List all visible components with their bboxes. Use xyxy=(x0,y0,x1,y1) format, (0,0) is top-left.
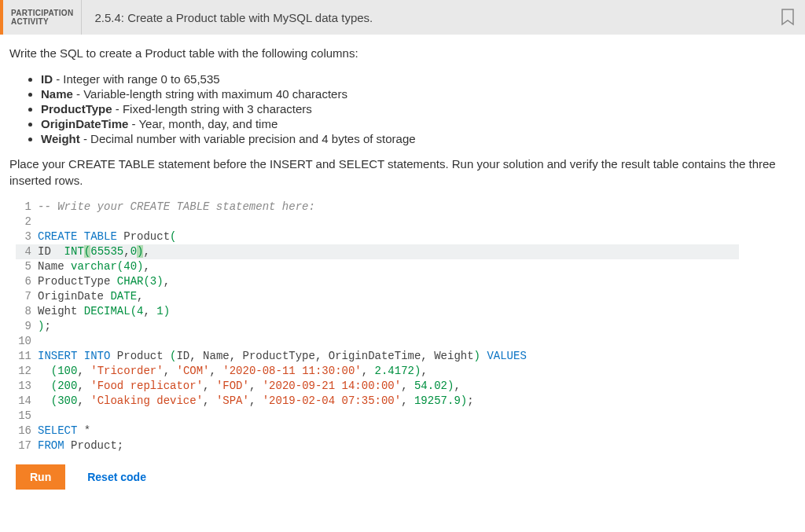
column-name: ID xyxy=(41,72,53,86)
line-number: 8 xyxy=(16,304,38,319)
code-content[interactable]: CREATE TABLE Product( xyxy=(38,229,739,244)
code-content[interactable]: -- Write your CREATE TABLE statement her… xyxy=(38,200,739,215)
code-content[interactable] xyxy=(38,409,739,424)
code-line[interactable]: 2 xyxy=(16,215,739,229)
line-number: 1 xyxy=(16,200,38,215)
line-number: 9 xyxy=(16,319,38,334)
line-number: 15 xyxy=(16,409,38,424)
code-line[interactable]: 13 (200, 'Food replicator', 'FOD', '2020… xyxy=(16,379,739,394)
code-line[interactable]: 16SELECT * xyxy=(16,424,739,438)
code-line[interactable]: 5Name varchar(40), xyxy=(16,259,739,274)
line-number: 12 xyxy=(16,364,38,379)
code-content[interactable]: FROM Product; xyxy=(38,438,739,453)
code-line[interactable]: 15 xyxy=(16,409,739,424)
line-number: 17 xyxy=(16,438,38,453)
code-content[interactable]: Weight DECIMAL(4, 1) xyxy=(38,304,739,319)
column-spec-item: OriginDateTime - Year, month, day, and t… xyxy=(41,117,796,130)
column-spec-item: Name - Variable-length string with maxim… xyxy=(41,87,796,101)
badge-line1: PARTICIPATION xyxy=(11,9,73,17)
column-desc: - Integer with range 0 to 65,535 xyxy=(53,72,220,86)
code-line[interactable]: 7OriginDate DATE, xyxy=(16,289,739,304)
code-content[interactable]: ID INT(65535,0), xyxy=(38,244,739,259)
bookmark-button[interactable] xyxy=(780,0,805,35)
code-line[interactable]: 9); xyxy=(16,319,739,334)
code-content[interactable]: (200, 'Food replicator', 'FOD', '2020-09… xyxy=(38,379,739,394)
code-content[interactable]: OriginDate DATE, xyxy=(38,289,739,304)
activity-header: PARTICIPATION ACTIVITY 2.5.4: Create a P… xyxy=(0,0,805,35)
activity-body: Write the SQL to create a Product table … xyxy=(0,35,805,496)
code-line[interactable]: 1-- Write your CREATE TABLE statement he… xyxy=(16,200,739,215)
line-number: 7 xyxy=(16,289,38,304)
line-number: 14 xyxy=(16,394,38,409)
button-row: Run Reset code xyxy=(9,461,796,490)
code-line[interactable]: 11INSERT INTO Product (ID, Name, Product… xyxy=(16,349,739,364)
code-line[interactable]: 6ProductType CHAR(3), xyxy=(16,274,739,289)
bookmark-icon xyxy=(780,8,796,27)
badge-line2: ACTIVITY xyxy=(11,17,73,26)
column-name: OriginDateTime xyxy=(41,117,128,130)
column-spec-item: Weight - Decimal number with variable pr… xyxy=(41,132,796,145)
code-content[interactable]: Name varchar(40), xyxy=(38,259,739,274)
code-line[interactable]: 12 (100, 'Tricorder', 'COM', '2020-08-11… xyxy=(16,364,739,379)
column-spec-item: ID - Integer with range 0 to 65,535 xyxy=(41,72,796,86)
run-button[interactable]: Run xyxy=(16,464,65,490)
instructions-lead: Write the SQL to create a Product table … xyxy=(9,46,796,61)
code-content[interactable]: SELECT * xyxy=(38,424,739,438)
column-desc: - Variable-length string with maximum 40… xyxy=(73,87,347,101)
code-content[interactable]: (300, 'Cloaking device', 'SPA', '2019-02… xyxy=(38,394,739,409)
code-line[interactable]: 4ID INT(65535,0), xyxy=(16,244,739,259)
line-number: 13 xyxy=(16,379,38,394)
code-content[interactable] xyxy=(38,215,739,229)
line-number: 11 xyxy=(16,349,38,364)
code-line[interactable]: 10 xyxy=(16,334,739,349)
activity-badge: PARTICIPATION ACTIVITY xyxy=(3,0,82,35)
code-content[interactable]: ); xyxy=(38,319,739,334)
column-name: ProductType xyxy=(41,102,112,116)
line-number: 3 xyxy=(16,229,38,244)
code-content[interactable]: ProductType CHAR(3), xyxy=(38,274,739,289)
code-line[interactable]: 17FROM Product; xyxy=(16,438,739,453)
activity-title: 2.5.4: Create a Product table with MySQL… xyxy=(82,0,780,35)
line-number: 6 xyxy=(16,274,38,289)
line-number: 4 xyxy=(16,244,38,259)
reset-code-link[interactable]: Reset code xyxy=(87,471,146,483)
column-name: Weight xyxy=(41,132,80,145)
line-number: 2 xyxy=(16,215,38,229)
column-spec-item: ProductType - Fixed-length string with 3… xyxy=(41,102,796,116)
code-editor[interactable]: 1-- Write your CREATE TABLE statement he… xyxy=(16,200,739,453)
line-number: 16 xyxy=(16,424,38,438)
column-desc: - Year, month, day, and time xyxy=(128,117,278,130)
line-number: 5 xyxy=(16,259,38,274)
code-line[interactable]: 8Weight DECIMAL(4, 1) xyxy=(16,304,739,319)
line-number: 10 xyxy=(16,334,38,349)
code-content[interactable]: INSERT INTO Product (ID, Name, ProductTy… xyxy=(38,349,739,364)
code-line[interactable]: 14 (300, 'Cloaking device', 'SPA', '2019… xyxy=(16,394,739,409)
code-content[interactable]: (100, 'Tricorder', 'COM', '2020-08-11 11… xyxy=(38,364,739,379)
column-desc: - Fixed-length string with 3 characters xyxy=(112,102,312,116)
column-name: Name xyxy=(41,87,73,101)
column-spec-list: ID - Integer with range 0 to 65,535Name … xyxy=(25,72,796,145)
code-line[interactable]: 3CREATE TABLE Product( xyxy=(16,229,739,244)
code-content[interactable] xyxy=(38,334,739,349)
instructions-trail: Place your CREATE TABLE statement before… xyxy=(9,156,796,189)
column-desc: - Decimal number with variable precision… xyxy=(80,132,416,145)
